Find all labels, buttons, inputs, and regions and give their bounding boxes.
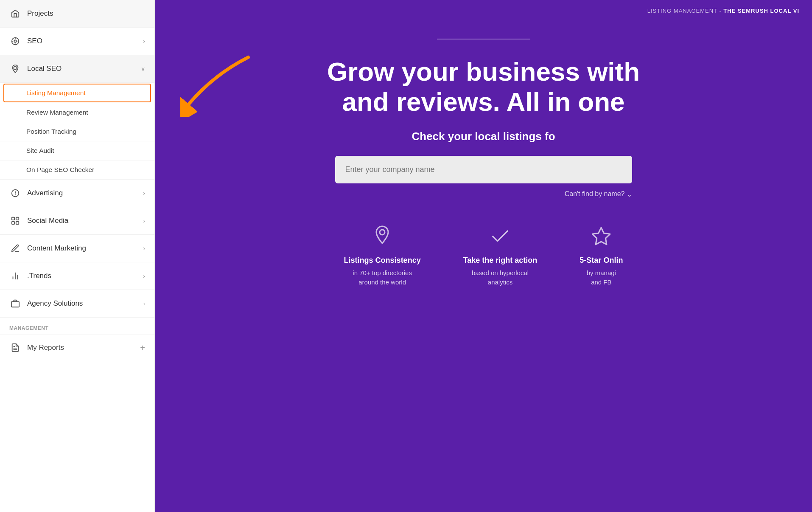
social-media-icon: [9, 215, 21, 227]
sidebar-subitem-site-audit[interactable]: Site Audit: [0, 141, 154, 160]
company-name-input[interactable]: [335, 156, 632, 183]
hero-subtitle: Check your local listings fo: [412, 130, 555, 143]
five-star-title: 5-Star Onlin: [580, 256, 623, 265]
svg-point-21: [380, 230, 385, 235]
sidebar-item-trends[interactable]: .Trends ›: [0, 262, 154, 290]
map-pin-icon: [370, 224, 395, 249]
feature-take-action: Take the right action based on hyperloca…: [463, 224, 538, 287]
chevron-right-icon-content: ›: [143, 245, 145, 252]
hero-title-line2: and reviews. All in one: [342, 87, 624, 116]
feature-five-star: 5-Star Onlin by managi and FB: [580, 224, 623, 287]
sidebar-item-local-seo[interactable]: Local SEO ∨: [0, 55, 154, 83]
agency-solutions-icon: [9, 298, 21, 309]
features-row: Listings Consistency in 70+ top director…: [168, 215, 799, 296]
listing-management-label: Listing Management: [26, 89, 86, 97]
top-bar: LISTING MANAGEMENT - THE SEMRUSH LOCAL V…: [155, 0, 812, 22]
chevron-right-icon-trends: ›: [143, 273, 145, 279]
svg-point-0: [14, 40, 17, 42]
review-management-label: Review Management: [26, 109, 88, 116]
main-content: LISTING MANAGEMENT - THE SEMRUSH LOCAL V…: [155, 0, 812, 512]
sidebar-item-advertising-label: Advertising: [27, 189, 63, 197]
svg-point-6: [14, 67, 17, 70]
svg-rect-17: [11, 301, 19, 307]
sidebar-item-seo[interactable]: SEO ›: [0, 28, 154, 55]
my-reports-icon: [9, 342, 21, 354]
five-star-desc: by managi and FB: [587, 268, 616, 287]
sidebar-subitem-review-management[interactable]: Review Management: [0, 103, 154, 122]
position-tracking-label: Position Tracking: [26, 128, 76, 135]
sidebar-item-advertising[interactable]: Advertising ›: [0, 180, 154, 207]
hero-title-line1: Grow your business with: [327, 57, 640, 86]
sidebar: Projects SEO › Local SEO ∨ Lis: [0, 0, 155, 512]
cant-find-link[interactable]: Can't find by name?: [565, 190, 625, 198]
svg-rect-13: [16, 222, 19, 224]
sidebar-subitem-on-page-seo[interactable]: On Page SEO Checker: [0, 160, 154, 180]
sidebar-item-trends-label: .Trends: [27, 272, 51, 280]
breadcrumb-bold: THE SEMRUSH LOCAL VI: [723, 8, 799, 14]
listings-consistency-title: Listings Consistency: [344, 256, 421, 265]
hero-divider-line: [437, 39, 530, 39]
content-marketing-icon: [9, 242, 21, 254]
checkmark-icon: [487, 224, 513, 249]
svg-rect-12: [12, 222, 14, 224]
cant-find-chevron-icon: ⌄: [627, 190, 632, 198]
svg-rect-11: [16, 217, 19, 220]
home-icon: [9, 8, 21, 20]
sidebar-item-content-marketing-label: Content Marketing: [27, 244, 86, 253]
hero-section: Grow your business with and reviews. All…: [155, 22, 812, 512]
take-action-title: Take the right action: [463, 256, 538, 265]
sidebar-item-agency-solutions[interactable]: Agency Solutions ›: [0, 290, 154, 318]
on-page-seo-label: On Page SEO Checker: [26, 166, 94, 174]
breadcrumb: LISTING MANAGEMENT - THE SEMRUSH LOCAL V…: [647, 8, 799, 14]
breadcrumb-prefix: LISTING MANAGEMENT -: [647, 8, 724, 14]
chevron-right-icon-advertising: ›: [143, 190, 145, 197]
sidebar-item-agency-solutions-label: Agency Solutions: [27, 299, 83, 308]
star-icon: [588, 224, 614, 249]
seo-icon: [9, 35, 21, 47]
hero-title: Grow your business with and reviews. All…: [327, 56, 640, 117]
chevron-right-icon-agency: ›: [143, 300, 145, 307]
advertising-icon: [9, 187, 21, 199]
sidebar-item-my-reports[interactable]: My Reports +: [0, 335, 154, 360]
plus-icon: +: [140, 343, 145, 353]
site-audit-label: Site Audit: [26, 147, 54, 155]
sidebar-subitem-position-tracking[interactable]: Position Tracking: [0, 122, 154, 141]
sidebar-item-social-media[interactable]: Social Media ›: [0, 207, 154, 235]
local-seo-icon: [9, 63, 21, 75]
chevron-right-icon-social: ›: [143, 217, 145, 224]
chevron-down-icon: ∨: [141, 65, 145, 72]
svg-marker-22: [593, 228, 610, 245]
take-action-desc: based on hyperlocal analytics: [472, 268, 529, 287]
my-reports-label: My Reports: [27, 343, 64, 352]
sidebar-item-seo-label: SEO: [27, 37, 42, 45]
chevron-right-icon: ›: [143, 38, 145, 45]
sidebar-item-local-seo-label: Local SEO: [27, 65, 62, 73]
feature-listings-consistency: Listings Consistency in 70+ top director…: [344, 224, 421, 287]
trends-icon: [9, 270, 21, 282]
management-section-label: MANAGEMENT: [0, 318, 154, 335]
sidebar-item-projects-label: Projects: [27, 9, 53, 18]
listings-consistency-desc: in 70+ top directories around the world: [353, 268, 412, 287]
sidebar-item-projects[interactable]: Projects: [0, 0, 154, 28]
sidebar-item-content-marketing[interactable]: Content Marketing ›: [0, 235, 154, 262]
sidebar-subitem-listing-management[interactable]: Listing Management: [3, 84, 151, 102]
svg-rect-10: [12, 217, 14, 220]
sidebar-item-social-media-label: Social Media: [27, 217, 68, 225]
